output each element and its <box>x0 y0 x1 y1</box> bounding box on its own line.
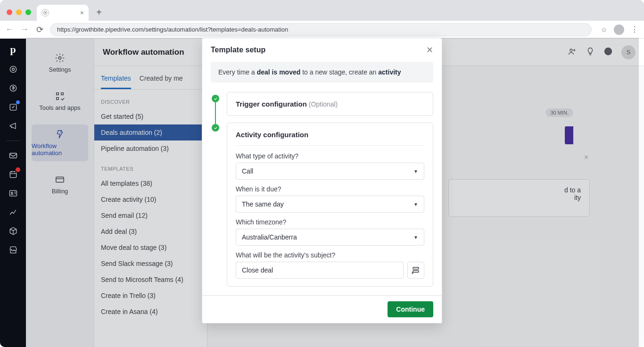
pipedrive-logo-icon[interactable]: p <box>10 43 16 56</box>
svg-point-2 <box>10 66 16 72</box>
window-min-dot[interactable] <box>16 9 22 15</box>
continue-button[interactable]: Continue <box>388 301 433 317</box>
browser-tab[interactable]: × <box>37 5 89 21</box>
rail-mail-icon[interactable] <box>8 150 18 161</box>
insert-field-button[interactable] <box>407 262 424 279</box>
rail-deals-icon[interactable] <box>8 83 18 93</box>
app-rail: p <box>0 39 26 347</box>
svg-rect-7 <box>10 172 16 178</box>
optional-label: (Optional) <box>309 100 338 108</box>
field-label-subject: What will be the activity's subject? <box>236 251 424 259</box>
select-value: The same day <box>242 200 284 208</box>
subject-input[interactable]: Close deal <box>236 262 404 279</box>
bookmark-star-icon[interactable]: ☆ <box>601 26 607 33</box>
trigger-config-title: Trigger configuration <box>236 100 307 108</box>
svg-rect-6 <box>9 153 17 158</box>
select-value: Australia/Canberra <box>242 233 297 241</box>
activity-config-title: Activity configuration <box>236 131 424 139</box>
rail-marketplace-icon[interactable] <box>8 245 18 255</box>
chevron-down-icon: ▼ <box>413 169 418 174</box>
svg-point-1 <box>45 12 46 14</box>
rail-focus-icon[interactable] <box>8 64 18 74</box>
activity-type-select[interactable]: Call ▼ <box>236 163 424 180</box>
tab-close-icon[interactable]: × <box>80 9 84 17</box>
window-max-dot[interactable] <box>25 9 31 15</box>
activity-config-card: Activity configuration What type of acti… <box>227 123 433 287</box>
chevron-down-icon: ▼ <box>413 235 418 240</box>
svg-point-9 <box>11 192 12 194</box>
browser-titlebar: × + <box>0 0 644 21</box>
url-text: https://growthbite.pipedrive.com/setting… <box>57 26 288 33</box>
field-label-due: When is it due? <box>236 185 424 193</box>
browser-menu-icon[interactable]: ⋮ <box>631 25 639 34</box>
svg-rect-8 <box>9 190 17 196</box>
nav-forward-icon[interactable]: → <box>20 25 29 34</box>
svg-point-3 <box>12 68 14 71</box>
select-value: Call <box>242 167 253 175</box>
field-label-timezone: Which timezone? <box>236 218 424 226</box>
modal-close-icon[interactable]: ✕ <box>426 45 433 55</box>
chrome-favicon-icon <box>41 9 49 17</box>
new-tab-button[interactable]: + <box>92 7 106 18</box>
nav-reload-icon[interactable]: ⟳ <box>35 25 44 35</box>
rail-calendar-icon[interactable] <box>8 169 18 180</box>
timezone-select[interactable]: Australia/Canberra ▼ <box>236 229 424 246</box>
rail-campaigns-icon[interactable] <box>8 121 18 131</box>
chevron-down-icon: ▼ <box>413 202 418 207</box>
field-label-type: What type of activity? <box>236 152 424 160</box>
step-check-icon <box>212 95 219 102</box>
browser-profile-icon[interactable] <box>614 25 624 35</box>
rail-activities-icon[interactable] <box>8 102 18 112</box>
step-indicator <box>211 92 220 287</box>
svg-rect-19 <box>413 271 419 273</box>
input-value: Close deal <box>242 266 273 274</box>
modal-title: Template setup <box>211 46 265 54</box>
rail-products-icon[interactable] <box>8 226 18 236</box>
step-check-icon <box>212 124 219 132</box>
modal-summary-banner: Every time a deal is moved to a new stag… <box>211 62 433 83</box>
trigger-config-card[interactable]: Trigger configuration (Optional) <box>227 92 433 116</box>
rail-contacts-icon[interactable] <box>8 188 18 198</box>
url-input[interactable]: https://growthbite.pipedrive.com/setting… <box>50 23 592 36</box>
window-close-dot[interactable] <box>7 9 12 15</box>
template-setup-modal: Template setup ✕ Every time a deal is mo… <box>202 38 442 323</box>
rail-insights-icon[interactable] <box>8 207 18 217</box>
svg-rect-18 <box>413 267 419 269</box>
due-date-select[interactable]: The same day ▼ <box>236 196 424 213</box>
nav-back-icon[interactable]: ← <box>5 25 14 34</box>
browser-address-bar: ← → ⟳ https://growthbite.pipedrive.com/s… <box>0 21 644 39</box>
